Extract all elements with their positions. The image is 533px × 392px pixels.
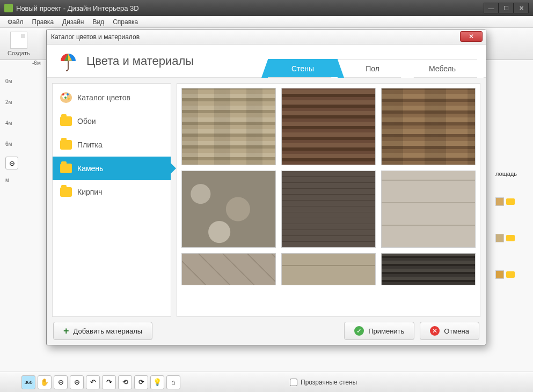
- pan-button[interactable]: ✋: [38, 375, 52, 389]
- sidebar-item-label: Кирпич: [77, 188, 102, 196]
- add-materials-button[interactable]: + Добавить материалы: [53, 322, 152, 340]
- bottom-toolbar: 360 ✋ ⊖ ⊕ ↶ ↷ ⟲ ⟳ 💡 ⌂ Прозрачные стены: [0, 372, 533, 392]
- minimize-button[interactable]: —: [484, 3, 499, 13]
- ruler-tick: 4м: [5, 113, 38, 134]
- create-button[interactable]: Создать: [4, 31, 33, 57]
- material-swatch[interactable]: [281, 253, 376, 285]
- plus-icon: +: [63, 326, 69, 337]
- sidebar-item-label: Каталог цветов: [77, 93, 130, 102]
- menu-view[interactable]: Вид: [88, 17, 108, 27]
- palette-icon: [60, 92, 72, 103]
- tab-floor[interactable]: Пол: [338, 59, 407, 77]
- ruler-tick: 6м: [5, 134, 38, 154]
- ruler-tick: 2м: [5, 92, 38, 113]
- transparent-walls-label: Прозрачные стены: [301, 379, 357, 386]
- zoom-in-button[interactable]: ⊕: [70, 375, 84, 389]
- swatch-icon: [495, 234, 504, 242]
- zoom-out-button[interactable]: ⊖: [54, 375, 68, 389]
- material-grid: [181, 88, 476, 285]
- sidebar-item-label: Камень: [77, 164, 103, 173]
- redo-button[interactable]: ⟳: [134, 375, 148, 389]
- material-swatch[interactable]: [381, 171, 476, 248]
- ruler-top-label: -6м: [32, 60, 41, 66]
- material-swatch[interactable]: [181, 88, 276, 165]
- titlebar: Новый проект - Дизайн Интерьера 3D — ☐ ✕: [0, 0, 533, 16]
- vertical-ruler: 0м 2м 4м 6м ⊖ м: [5, 71, 38, 372]
- dialog-footer: + Добавить материалы ✓ Применить ✕ Отмен…: [47, 317, 486, 345]
- dialog-body: Каталог цветов Обои Плитка Камень Кирпич: [47, 78, 486, 317]
- sidebar-item-label: Плитка: [77, 140, 103, 149]
- dialog-close-button[interactable]: ✕: [460, 31, 483, 42]
- menu-design[interactable]: Дизайн: [58, 17, 88, 27]
- sidebar-item-tile[interactable]: Плитка: [53, 133, 171, 157]
- material-swatch[interactable]: [381, 253, 476, 285]
- new-file-icon: [10, 32, 27, 49]
- dialog-heading: Цвета и материалы: [86, 54, 194, 68]
- folder-icon[interactable]: [506, 235, 515, 241]
- dialog-titlebar: Каталог цветов и материалов ✕: [47, 29, 486, 45]
- sidebar-item-wallpaper[interactable]: Обои: [53, 109, 171, 133]
- folder-icon: [60, 187, 72, 197]
- view-360-button[interactable]: 360: [21, 375, 35, 389]
- close-button[interactable]: ✕: [514, 3, 529, 13]
- folder-icon: [60, 116, 72, 126]
- menu-help[interactable]: Справка: [108, 17, 142, 27]
- swatch-icon: [495, 197, 504, 206]
- apply-button[interactable]: ✓ Применить: [344, 322, 414, 340]
- zoom-out-button[interactable]: ⊖: [5, 157, 18, 169]
- umbrella-icon: [57, 50, 79, 72]
- transparent-walls-checkbox[interactable]: Прозрачные стены: [290, 379, 357, 386]
- sidebar-item-catalog[interactable]: Каталог цветов: [53, 86, 171, 109]
- window-controls: — ☐ ✕: [484, 3, 529, 13]
- folder-icon: [60, 164, 72, 173]
- cancel-icon: ✕: [430, 326, 440, 336]
- cancel-label: Отмена: [444, 327, 469, 335]
- right-panel: лощадь: [495, 167, 528, 279]
- check-icon: ✓: [354, 326, 364, 336]
- material-gallery[interactable]: [177, 83, 480, 317]
- menubar: Файл Правка Дизайн Вид Справка: [0, 16, 533, 28]
- apply-label: Применить: [368, 327, 404, 335]
- material-swatch[interactable]: [281, 171, 376, 248]
- tab-walls[interactable]: Стены: [268, 59, 338, 77]
- cancel-button[interactable]: ✕ Отмена: [420, 322, 479, 340]
- category-sidebar: Каталог цветов Обои Плитка Камень Кирпич: [52, 83, 171, 317]
- undo-button[interactable]: ⟲: [118, 375, 132, 389]
- folder-icon[interactable]: [506, 198, 515, 205]
- folder-icon[interactable]: [506, 271, 515, 278]
- dialog-header: Цвета и материалы Стены Пол Мебель: [47, 45, 486, 78]
- rotate-right-button[interactable]: ↷: [102, 375, 116, 389]
- tab-strip: Стены Пол Мебель: [268, 59, 477, 77]
- material-swatch[interactable]: [381, 88, 476, 165]
- sidebar-item-brick[interactable]: Кирпич: [53, 180, 171, 204]
- maximize-button[interactable]: ☐: [499, 3, 514, 13]
- sidebar-item-label: Обои: [77, 117, 96, 125]
- folder-icon: [60, 140, 72, 150]
- dialog-titlebar-text: Каталог цветов и материалов: [51, 33, 140, 41]
- area-label: лощадь: [495, 167, 528, 180]
- app-icon: [4, 4, 13, 12]
- home-button[interactable]: ⌂: [166, 375, 180, 389]
- create-label: Создать: [8, 50, 30, 56]
- window-title: Новый проект - Дизайн Интерьера 3D: [16, 4, 139, 12]
- light-button[interactable]: 💡: [150, 375, 164, 389]
- swatch-icon: [495, 270, 504, 279]
- sidebar-item-stone[interactable]: Камень: [53, 157, 171, 180]
- material-swatch[interactable]: [281, 88, 376, 165]
- ruler-tick: м: [5, 169, 38, 190]
- menu-file[interactable]: Файл: [3, 17, 28, 27]
- transparent-walls-input[interactable]: [290, 379, 297, 386]
- menu-edit[interactable]: Правка: [28, 17, 59, 27]
- rotate-left-button[interactable]: ↶: [86, 375, 100, 389]
- materials-dialog: Каталог цветов и материалов ✕ Цвета и ма…: [46, 29, 486, 345]
- ruler-tick: 0м: [5, 71, 38, 92]
- material-swatch[interactable]: [181, 171, 276, 248]
- tab-furniture[interactable]: Мебель: [407, 59, 477, 77]
- add-materials-label: Добавить материалы: [74, 327, 143, 335]
- material-swatch[interactable]: [181, 253, 276, 285]
